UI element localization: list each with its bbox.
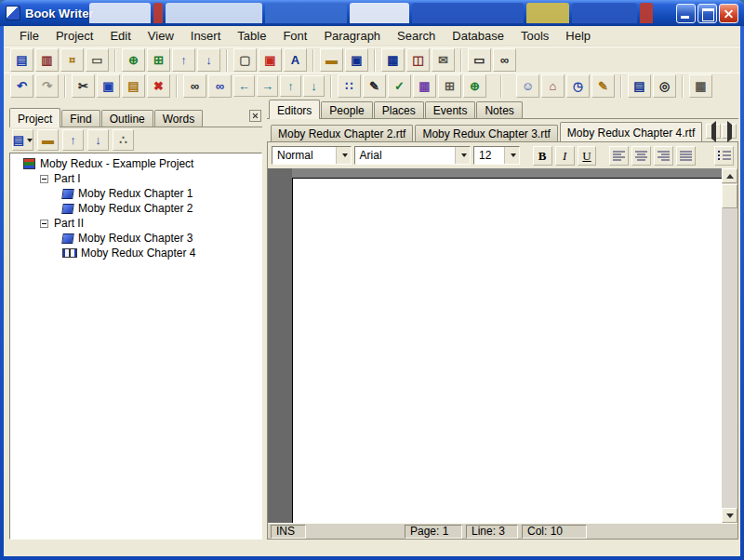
align-center-button[interactable]	[631, 146, 651, 166]
maximize-button[interactable]	[698, 4, 717, 23]
move-down-button[interactable]: ↓	[87, 129, 109, 151]
find-button[interactable]: ∞	[183, 74, 206, 98]
goto-next-button[interactable]: →	[257, 75, 278, 97]
menu-search[interactable]: Search	[389, 27, 444, 45]
title-bar[interactable]: Book Writer	[0, 0, 744, 26]
add-place-button[interactable]: ⌂	[541, 74, 565, 98]
close-panel-button[interactable]	[249, 110, 261, 122]
scroll-tabs-left-button[interactable]	[706, 124, 721, 139]
database-view-button[interactable]: ▤	[628, 74, 651, 98]
paste-button[interactable]: ▤	[122, 74, 145, 98]
font-combo[interactable]: Arial	[354, 146, 471, 165]
tab-outline[interactable]: Outline	[101, 110, 153, 127]
size-combo-drop[interactable]	[504, 147, 519, 164]
size-combo[interactable]: 12	[473, 146, 520, 165]
tree-item-project-root[interactable]: Moby Redux - Example Project	[10, 156, 261, 171]
redo-button[interactable]: ↷	[35, 74, 59, 98]
scrollbar-thumb[interactable]	[722, 184, 737, 208]
new-project-button[interactable]: ▤	[10, 48, 33, 72]
add-person-button[interactable]: ☺	[516, 74, 539, 98]
goto-previous-button[interactable]: ←	[233, 75, 255, 97]
italic-button[interactable]: I	[555, 146, 575, 166]
send-email-button[interactable]: ✉	[432, 48, 455, 72]
delete-button[interactable]: ✖	[147, 74, 170, 98]
open-project-folder-button[interactable]: ▬	[37, 129, 59, 151]
align-right-button[interactable]	[654, 146, 673, 166]
menu-paragraph[interactable]: Paragraph	[315, 27, 389, 45]
menu-font[interactable]: Font	[274, 27, 315, 45]
add-event-button[interactable]: ◷	[566, 74, 590, 98]
menu-help[interactable]: Help	[557, 27, 599, 45]
insert-chapter-button[interactable]: ⊕	[122, 48, 145, 72]
new-note-button[interactable]: ▣	[259, 48, 282, 72]
tree-item-part-2[interactable]: Part II	[10, 216, 261, 231]
doc-tab-chapter-3[interactable]: Moby Redux Chapter 3.rtf	[415, 125, 557, 141]
style-combo[interactable]: Normal	[272, 146, 352, 165]
menu-tools[interactable]: Tools	[512, 27, 557, 45]
align-justify-button[interactable]	[676, 146, 696, 166]
close-button[interactable]	[719, 4, 738, 23]
copy-button[interactable]: ▣	[97, 74, 120, 98]
add-note-button[interactable]: ✎	[591, 74, 615, 98]
tab-words[interactable]: Words	[154, 110, 203, 127]
print-preview-button[interactable]: ∞	[493, 48, 516, 72]
autocorrect-button[interactable]: ✎	[363, 74, 386, 98]
print-button[interactable]: ▭	[468, 48, 491, 72]
insert-image-button[interactable]: ▦	[413, 74, 436, 98]
font-combo-drop[interactable]	[455, 147, 470, 164]
doc-tab-chapter-4[interactable]: Moby Redux Chapter 4.rtf	[560, 122, 702, 141]
vertical-scrollbar[interactable]	[722, 168, 737, 523]
editor-canvas[interactable]	[268, 168, 737, 523]
tab-places[interactable]: Places	[374, 101, 424, 118]
view-options-button[interactable]: ▤	[12, 129, 33, 151]
scroll-up-button[interactable]	[722, 168, 737, 183]
tree-item-chapter-4[interactable]: Moby Redux Chapter 4	[10, 246, 261, 260]
new-document-button[interactable]: ▢	[233, 48, 257, 72]
move-item-down-button[interactable]: ↓	[197, 48, 220, 72]
tree-item-chapter-3[interactable]: Moby Redux Chapter 3	[10, 231, 261, 246]
underline-button[interactable]: U	[578, 146, 597, 166]
save-file-button[interactable]: ▣	[345, 48, 368, 72]
expander-minus-icon[interactable]	[40, 220, 48, 228]
menu-view[interactable]: View	[140, 27, 182, 45]
expander-minus-icon[interactable]	[40, 175, 48, 183]
print-project-button[interactable]: ▭	[86, 48, 109, 72]
tab-events[interactable]: Events	[425, 101, 476, 118]
tab-project[interactable]: Project	[9, 108, 60, 127]
tree-item-chapter-1[interactable]: Moby Redux Chapter 1	[10, 186, 261, 201]
insert-table-button[interactable]: ⊞	[438, 74, 461, 98]
web-lookup-button[interactable]: ⊕	[463, 74, 486, 98]
bold-button[interactable]: B	[533, 146, 552, 166]
scroll-tabs-right-button[interactable]	[722, 124, 737, 139]
minimize-button[interactable]	[676, 4, 696, 23]
cut-button[interactable]: ✂	[72, 74, 95, 98]
undo-button[interactable]: ↶	[10, 74, 33, 98]
package-project-button[interactable]: ◫	[406, 48, 430, 72]
insert-part-button[interactable]: ⊞	[147, 48, 170, 72]
fragments-button[interactable]: ∷	[338, 74, 361, 98]
open-project-button[interactable]: ▥	[35, 48, 59, 72]
goto-down-button[interactable]: ↓	[303, 75, 325, 97]
project-accounts-button[interactable]: ¤	[60, 48, 84, 72]
numbered-list-button[interactable]	[714, 146, 734, 166]
menu-project[interactable]: Project	[47, 27, 101, 45]
keyboard-macros-button[interactable]: ▦	[689, 74, 712, 98]
save-all-button[interactable]: ▦	[381, 48, 405, 72]
tab-find[interactable]: Find	[61, 110, 100, 127]
document-page[interactable]	[292, 178, 722, 523]
scroll-down-button[interactable]	[722, 508, 737, 523]
style-combo-drop[interactable]	[336, 147, 351, 164]
tab-editors[interactable]: Editors	[269, 100, 320, 119]
tab-notes[interactable]: Notes	[476, 101, 522, 118]
doc-tab-chapter-2[interactable]: Moby Redux Chapter 2.rtf	[271, 125, 413, 141]
spellcheck-button[interactable]: ✓	[388, 74, 411, 98]
move-item-up-button[interactable]: ↑	[172, 48, 195, 72]
tree-item-part-1[interactable]: Part I	[10, 171, 261, 186]
tree-item-chapter-2[interactable]: Moby Redux Chapter 2	[10, 201, 261, 216]
search-database-button[interactable]: ◎	[653, 74, 676, 98]
find-next-button[interactable]: ∞	[208, 74, 232, 98]
menu-database[interactable]: Database	[444, 27, 512, 45]
align-left-button[interactable]	[609, 146, 629, 166]
character-styles-button[interactable]: A	[284, 48, 307, 72]
menu-insert[interactable]: Insert	[182, 27, 230, 45]
